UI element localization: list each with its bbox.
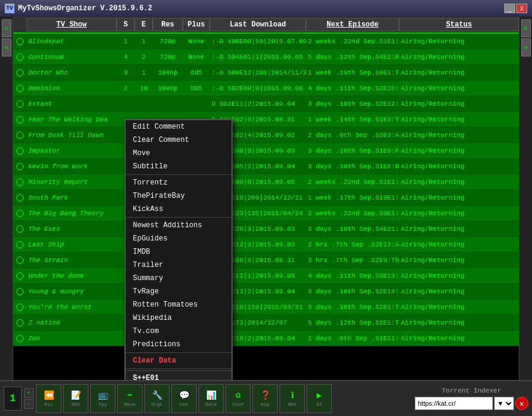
ctx-item-wikipedia[interactable]: Wikipedia (126, 311, 231, 325)
tool-btn-orgt[interactable]: 🔧Orgt (144, 384, 170, 413)
tool-btn-gt[interactable]: ▶GT (307, 384, 332, 413)
table-row[interactable]: Impastor D S01E08|3|2015.09.03 3 days .1… (13, 143, 519, 159)
left-down-btn[interactable]: D (2, 38, 11, 57)
ctx-item-clear-data[interactable]: Clear Data (126, 354, 231, 367)
cell-next-episode: 3 days .10th Sep.S2E14:Young (306, 284, 399, 299)
row-radio[interactable] (13, 179, 26, 186)
left-up-btn[interactable]: U (2, 19, 11, 37)
table-row[interactable]: Minority Report D s00E00|0|2015.09.05 2 … (13, 174, 519, 190)
row-radio[interactable] (13, 319, 26, 326)
table-row[interactable]: Fear The Walking Dea D S01E02|6|2015.08.… (13, 112, 519, 127)
table-row[interactable]: The Big Bang Theory D S08E23|135|2015/04… (13, 206, 519, 221)
table-row[interactable]: Kevin from Work D S01E05|2|2015.09.04 3 … (13, 159, 519, 174)
tool-btn-abt[interactable]: ℹAbt (280, 384, 305, 413)
cell-next-episode: 2 hrs .7th Sep .S2E13:A More (306, 237, 399, 252)
ctx-item-imdb[interactable]: IMDB (126, 245, 231, 258)
ctx-item-newest-additions[interactable]: Newest Additions (126, 219, 231, 232)
radio-indicator (16, 54, 23, 61)
table-row[interactable]: Young & Hungry D S02E13|2|2015.09.04 3 d… (13, 284, 519, 299)
torrent-select[interactable]: ▼ (494, 397, 514, 410)
cell-next-episode: 4 days .11th Sep.S3E13:The E (306, 268, 399, 283)
table-row[interactable]: Dominion 2 10 1080p DD5 :-D S02E09|0|201… (13, 81, 519, 96)
row-radio[interactable] (13, 225, 26, 233)
tool-btn-sbt[interactable]: 📝Sbt (63, 384, 88, 413)
row-radio[interactable] (13, 69, 26, 76)
radio-indicator (16, 194, 23, 201)
row-radio[interactable] (13, 85, 26, 92)
cell-status: Airing/Returning (399, 96, 519, 111)
col-header-tv[interactable]: TV Show (26, 18, 117, 31)
row-radio[interactable] (13, 38, 26, 45)
tool-btn-data[interactable]: 📊Data (198, 384, 224, 413)
row-radio[interactable] (13, 147, 26, 154)
tool-btn-conf[interactable]: ⚙Conf (225, 384, 251, 413)
title-bar-left: TV MyTvShowsOrganizer V.2015.9.6.2 (5, 4, 152, 13)
row-radio[interactable] (13, 272, 26, 280)
table-row[interactable]: The Strain D S02E08|6|2015.08.31 3 hrs .… (13, 252, 519, 268)
ctx-item-clear-comment[interactable]: Clear Comment (126, 133, 231, 147)
row-radio[interactable] (13, 288, 26, 295)
col-header-next[interactable]: Next Episode (306, 18, 399, 31)
ctx-item-special[interactable]: S++E01 (126, 370, 231, 380)
table-row[interactable]: From Dusk Till Dawn D S02E02|4|2015.09.0… (13, 127, 519, 143)
nav-plus[interactable]: + (24, 388, 34, 398)
tool-btn-cmt[interactable]: 💬Cmt (171, 384, 197, 413)
right-down-btn[interactable]: D (521, 38, 531, 57)
close-torrent-btn[interactable]: ✕ (515, 397, 528, 410)
col-header-status[interactable]: Status (399, 18, 519, 31)
ctx-item-edit-comment[interactable]: Edit Comment (126, 120, 231, 133)
table-row[interactable]: Blindspot 1 1 720p None :-D s00E00|59|20… (13, 34, 519, 49)
row-radio[interactable] (13, 304, 26, 311)
tool-btn-ric[interactable]: ⏪Ric (36, 384, 61, 413)
context-menu: Edit CommentClear CommentMoveSubtitleTor… (124, 119, 233, 380)
tool-label-hlp: Hlp (261, 402, 269, 407)
row-radio[interactable] (13, 100, 26, 108)
table-row[interactable]: Last Ship D S02E12|3|2015.09.03 2 hrs .7… (13, 237, 519, 252)
ctx-item-epguides[interactable]: EpGuides (126, 232, 231, 245)
row-radio[interactable] (13, 335, 26, 342)
right-up-btn[interactable]: U (521, 19, 531, 37)
close-button[interactable]: X (516, 4, 527, 13)
tool-btn-tyy[interactable]: 📺Tyy (90, 384, 115, 413)
table-row[interactable]: The Exes D S04E20|3|2015.09.03 3 days .1… (13, 221, 519, 237)
row-radio[interactable] (13, 132, 26, 139)
table-row[interactable]: Zoo D S01E10|2|2015.09.04 2 days .9th Se… (13, 331, 519, 346)
cell-episode: 2 (135, 49, 153, 64)
ctx-item-rotten-tomatoes[interactable]: Rotten Tomatoes (126, 298, 231, 311)
ctx-item-tv.com[interactable]: Tv.com (126, 325, 231, 338)
row-radio[interactable] (13, 116, 26, 123)
row-radio[interactable] (13, 257, 26, 264)
table-row[interactable]: Doctor Who 9 1 1080p dd5 :-o S08E12|280|… (13, 65, 519, 81)
nav-minus[interactable]: - (24, 399, 34, 409)
ctx-item-trailer[interactable]: Trailer (126, 258, 231, 272)
row-radio[interactable] (13, 54, 26, 61)
table-row[interactable]: Z nation D s02E73|2014/12/07 5 days .12t… (13, 315, 519, 331)
ctx-item-thepiratebay[interactable]: ThePirateBay (126, 189, 231, 203)
table-row[interactable]: South Park D S18E10|269|2014/12/11 1 wee… (13, 190, 519, 206)
table-row[interactable]: You're the Worst D s01E10|159|2015/03/31… (13, 299, 519, 315)
cell-tv-show: You're the Worst (26, 299, 117, 314)
cell-status: Airing/Returning (399, 143, 519, 158)
ctx-item-torrentz[interactable]: Torrentz (126, 176, 231, 189)
minimize-button[interactable]: _ (504, 4, 515, 13)
tool-btn-move[interactable]: ➡Move (117, 384, 142, 413)
row-radio[interactable] (13, 194, 26, 201)
row-radio[interactable] (13, 163, 26, 170)
table-row[interactable]: Under the dome D S03E12|1|2015.09.05 4 d… (13, 268, 519, 284)
row-radio[interactable] (13, 241, 26, 248)
torrent-url-input[interactable] (415, 397, 493, 410)
cell-tv-show: Impastor (26, 143, 117, 158)
table-row[interactable]: Continuum 4 2 720p None :-D S04E01|1|201… (13, 49, 519, 65)
cell-tv-show: Dominion (26, 81, 117, 96)
tool-btn-hlp[interactable]: ❓Hlp (252, 384, 278, 413)
row-radio[interactable] (13, 210, 26, 217)
ctx-item-predictions[interactable]: Predictions (126, 338, 231, 351)
cell-season (117, 96, 135, 111)
ctx-item-kickass[interactable]: KickAss (126, 203, 231, 216)
ctx-item-move[interactable]: Move (126, 147, 231, 160)
col-header-s: S (117, 18, 135, 31)
table-row[interactable]: Extant D S02E11|2|2015.09.04 3 days .10t… (13, 96, 519, 112)
ctx-item-summary[interactable]: Summary (126, 272, 231, 285)
ctx-item-tvrage[interactable]: TvRage (126, 285, 231, 298)
ctx-item-subtitle[interactable]: Subtitle (126, 160, 231, 173)
